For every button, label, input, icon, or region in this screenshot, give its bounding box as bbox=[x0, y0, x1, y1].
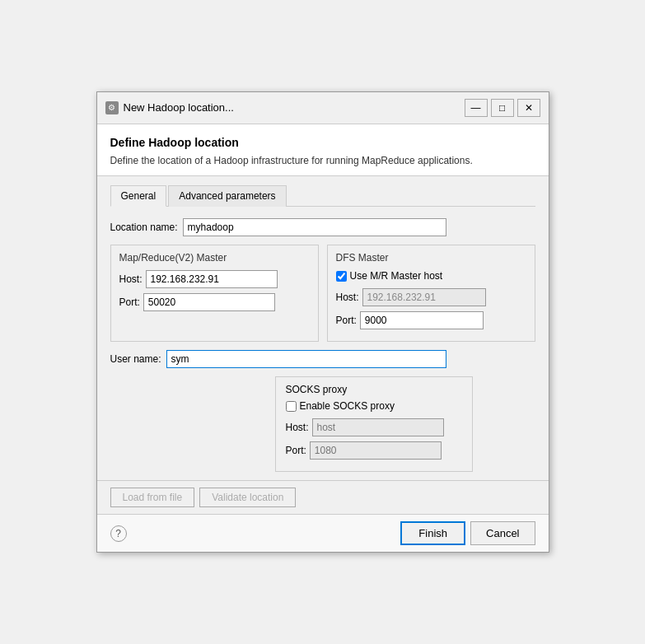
user-name-row: User name: bbox=[110, 350, 535, 368]
dfs-use-mr-host-row: Use M/R Master host bbox=[336, 270, 526, 282]
dfs-use-mr-host-checkbox[interactable] bbox=[336, 271, 347, 282]
dfs-port-row: Port: bbox=[336, 311, 526, 329]
mapreduce-host-label: Host: bbox=[119, 273, 143, 285]
socks-port-input[interactable] bbox=[310, 441, 442, 460]
dfs-master-group: DFS Master Use M/R Master host Host: Por… bbox=[327, 245, 535, 342]
dialog-title: New Hadoop location... bbox=[124, 101, 234, 114]
socks-host-row: Host: bbox=[286, 418, 462, 436]
title-bar: ⚙ New Hadoop location... — □ ✕ bbox=[97, 92, 549, 124]
socks-host-label: Host: bbox=[286, 422, 309, 433]
socks-proxy-group: SOCKS proxy Enable SOCKS proxy Host: Por… bbox=[275, 376, 473, 472]
tab-bar: General Advanced parameters bbox=[110, 184, 535, 207]
app-icon: ⚙ bbox=[105, 101, 119, 114]
user-name-input[interactable] bbox=[166, 350, 446, 368]
location-name-row: Location name: bbox=[110, 218, 535, 236]
dfs-port-label: Port: bbox=[336, 315, 357, 326]
validate-location-button[interactable]: Validate location bbox=[199, 488, 296, 507]
location-name-label: Location name: bbox=[110, 222, 178, 233]
socks-port-row: Port: bbox=[286, 441, 462, 460]
dialog-header: Define Hadoop location Define the locati… bbox=[97, 124, 549, 177]
title-controls: — □ ✕ bbox=[465, 99, 540, 117]
tab-advanced-parameters[interactable]: Advanced parameters bbox=[168, 185, 286, 207]
socks-enable-checkbox[interactable] bbox=[286, 401, 297, 412]
socks-port-label: Port: bbox=[286, 445, 306, 456]
dialog-content: General Advanced parameters Location nam… bbox=[97, 176, 549, 480]
dfs-host-input[interactable] bbox=[362, 288, 486, 306]
cancel-button[interactable]: Cancel bbox=[470, 521, 535, 545]
bottom-bar: ? Finish Cancel bbox=[97, 514, 549, 552]
masters-row: Map/Reduce(V2) Master Host: Port: DFS Ma… bbox=[110, 245, 535, 342]
mapreduce-master-group: Map/Reduce(V2) Master Host: Port: bbox=[110, 245, 319, 342]
socks-proxy-title: SOCKS proxy bbox=[286, 384, 462, 395]
mapreduce-host-row: Host: bbox=[119, 270, 310, 288]
socks-proxy-section: SOCKS proxy Enable SOCKS proxy Host: Por… bbox=[193, 376, 535, 472]
mapreduce-master-title: Map/Reduce(V2) Master bbox=[119, 252, 310, 264]
dfs-use-mr-host-label: Use M/R Master host bbox=[350, 270, 443, 282]
dialog-heading: Define Hadoop location bbox=[110, 136, 535, 149]
bottom-buttons: Finish Cancel bbox=[400, 521, 535, 545]
help-button[interactable]: ? bbox=[110, 525, 127, 542]
user-name-label: User name: bbox=[110, 353, 161, 365]
maximize-button[interactable]: □ bbox=[491, 99, 514, 117]
dfs-host-label: Host: bbox=[336, 292, 359, 303]
load-from-file-button[interactable]: Load from file bbox=[110, 488, 195, 507]
dialog-description: Define the location of a Hadoop infrastr… bbox=[110, 154, 535, 168]
close-button[interactable]: ✕ bbox=[517, 99, 540, 117]
footer-actions: Load from file Validate location bbox=[97, 480, 549, 514]
dialog-window: ⚙ New Hadoop location... — □ ✕ Define Ha… bbox=[96, 91, 549, 553]
mapreduce-host-input[interactable] bbox=[146, 270, 278, 288]
mapreduce-port-row: Port: bbox=[119, 293, 310, 311]
mapreduce-port-input[interactable] bbox=[143, 293, 275, 311]
title-bar-left: ⚙ New Hadoop location... bbox=[105, 101, 234, 114]
finish-button[interactable]: Finish bbox=[400, 521, 465, 545]
socks-enable-row: Enable SOCKS proxy bbox=[286, 400, 462, 412]
mapreduce-port-label: Port: bbox=[119, 296, 140, 308]
socks-host-input[interactable] bbox=[312, 418, 444, 436]
location-name-input[interactable] bbox=[183, 218, 446, 236]
dfs-port-input[interactable] bbox=[360, 311, 484, 329]
dfs-host-row: Host: bbox=[336, 288, 526, 306]
tab-general[interactable]: General bbox=[110, 185, 167, 207]
socks-enable-label: Enable SOCKS proxy bbox=[300, 400, 395, 412]
dfs-master-title: DFS Master bbox=[336, 252, 526, 264]
minimize-button[interactable]: — bbox=[465, 99, 488, 117]
